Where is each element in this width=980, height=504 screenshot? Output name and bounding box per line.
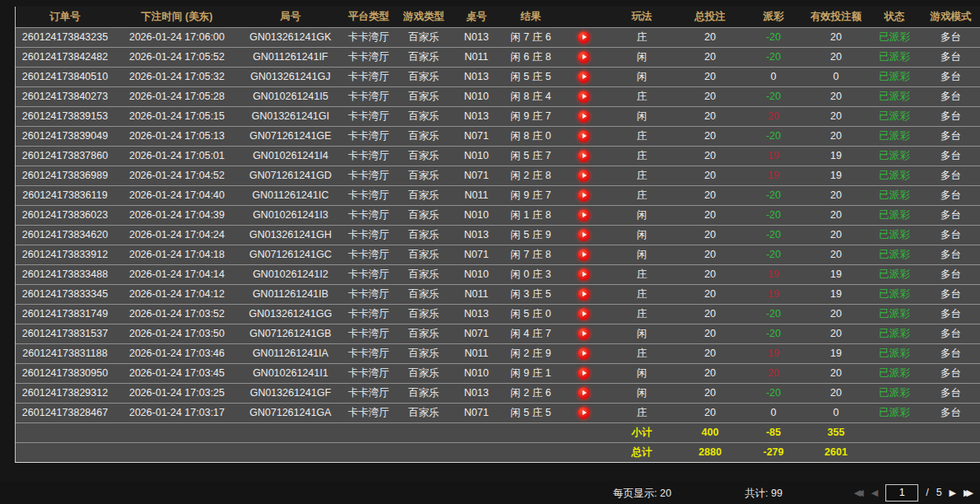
cell-platform: 卡卡湾厅 bbox=[341, 67, 396, 86]
cell-play: 庄 bbox=[606, 146, 677, 166]
next-page-icon[interactable]: ▶ bbox=[950, 488, 956, 497]
table-row: 2601241738334882026-01-24 17:04:14GN0102… bbox=[16, 264, 980, 284]
cell-payout: -20 bbox=[743, 126, 804, 146]
cell-table-no: N010 bbox=[452, 86, 501, 106]
cell-bet-time: 2026-01-24 17:03:45 bbox=[114, 363, 239, 383]
replay-icon[interactable] bbox=[578, 268, 590, 281]
cell-platform: 卡卡湾厅 bbox=[341, 225, 396, 245]
cell-game-no: GN011261241IF bbox=[239, 47, 341, 67]
cell-total-bet: 20 bbox=[677, 27, 743, 47]
table-header: 订单号下注时间 (美东)局号平台类型游戏类型桌号结果玩法总投注派彩有效投注额状态… bbox=[16, 7, 980, 27]
play-triangle bbox=[583, 390, 587, 395]
grand-total-row: 总计 2880 -279 2601 bbox=[16, 442, 980, 462]
cell-result: 闲 6 庄 8 bbox=[501, 47, 560, 67]
cell-game-no: GN013261241GF bbox=[239, 383, 341, 403]
replay-icon[interactable] bbox=[578, 130, 590, 142]
cell-platform: 卡卡湾厅 bbox=[341, 403, 396, 422]
cell-bet-time: 2026-01-24 17:04:14 bbox=[114, 264, 239, 284]
replay-icon[interactable] bbox=[578, 229, 590, 241]
orders-table: 订单号下注时间 (美东)局号平台类型游戏类型桌号结果玩法总投注派彩有效投注额状态… bbox=[15, 7, 980, 463]
replay-icon[interactable] bbox=[578, 189, 590, 202]
replay-icon[interactable] bbox=[578, 170, 590, 182]
cell-replay bbox=[560, 403, 606, 422]
play-triangle bbox=[583, 114, 587, 119]
cell-play: 闲 bbox=[606, 225, 677, 245]
cell-table-no: N011 bbox=[452, 185, 501, 205]
cell-mode: 多台 bbox=[921, 166, 980, 185]
grand-total-total-bet: 2880 bbox=[677, 442, 743, 462]
col-header-10: 派彩 bbox=[743, 7, 804, 27]
cell-replay bbox=[560, 245, 606, 264]
replay-icon[interactable] bbox=[578, 110, 590, 123]
table-row: 2601241738361192026-01-24 17:04:40GN0112… bbox=[16, 185, 980, 205]
cell-bet-time: 2026-01-24 17:05:52 bbox=[114, 47, 239, 67]
subtotal-payout: -85 bbox=[743, 422, 804, 442]
cell-valid-bet: 20 bbox=[804, 86, 868, 106]
cell-result: 闲 5 庄 9 bbox=[501, 225, 560, 245]
replay-icon[interactable] bbox=[578, 51, 590, 63]
prev-page-icon[interactable]: ◀ bbox=[871, 488, 878, 497]
cell-platform: 卡卡湾厅 bbox=[341, 304, 396, 324]
cell-replay bbox=[560, 86, 606, 106]
table-totals: 小计 400 -85 355 总计 2880 -279 2601 bbox=[16, 422, 980, 462]
cell-status: 已派彩 bbox=[868, 343, 921, 363]
last-page-icon[interactable]: ▶▶ bbox=[964, 488, 973, 497]
replay-icon[interactable] bbox=[578, 91, 590, 103]
col-header-2: 局号 bbox=[239, 7, 341, 27]
cell-order-no: 260124173833345 bbox=[16, 284, 114, 304]
play-triangle bbox=[583, 74, 587, 79]
replay-icon[interactable] bbox=[578, 348, 590, 360]
cell-result: 闲 9 庄 7 bbox=[501, 185, 560, 205]
col-header-11: 有效投注额 bbox=[804, 7, 868, 27]
cell-game-type: 百家乐 bbox=[396, 126, 452, 146]
cell-payout: 20 bbox=[743, 363, 804, 383]
replay-icon[interactable] bbox=[578, 367, 590, 380]
cell-valid-bet: 20 bbox=[804, 185, 868, 205]
cell-platform: 卡卡湾厅 bbox=[341, 27, 396, 47]
cell-game-type: 百家乐 bbox=[396, 245, 452, 264]
cell-table-no: N013 bbox=[452, 225, 501, 245]
cell-replay bbox=[560, 67, 606, 86]
cell-bet-time: 2026-01-24 17:05:15 bbox=[114, 106, 239, 126]
cell-valid-bet: 20 bbox=[804, 205, 868, 225]
col-header-5: 桌号 bbox=[452, 7, 501, 27]
cell-platform: 卡卡湾厅 bbox=[341, 47, 396, 67]
cell-payout: -20 bbox=[743, 185, 804, 205]
first-page-icon[interactable]: ◀◀ bbox=[854, 488, 864, 497]
replay-icon[interactable] bbox=[578, 71, 590, 83]
cell-play: 庄 bbox=[606, 304, 677, 324]
replay-icon[interactable] bbox=[578, 288, 590, 301]
cell-play: 庄 bbox=[606, 27, 677, 47]
cell-payout: 0 bbox=[743, 403, 804, 422]
cell-mode: 多台 bbox=[921, 264, 980, 284]
cell-status: 已派彩 bbox=[868, 264, 921, 284]
grand-total-spacer-end bbox=[868, 442, 980, 462]
cell-payout: -20 bbox=[743, 225, 804, 245]
replay-icon[interactable] bbox=[578, 328, 590, 340]
replay-icon[interactable] bbox=[578, 407, 590, 419]
cell-valid-bet: 19 bbox=[804, 343, 868, 363]
play-triangle bbox=[583, 133, 587, 138]
table-row: 2601241738391532026-01-24 17:05:15GN0132… bbox=[16, 106, 980, 126]
replay-icon[interactable] bbox=[578, 150, 590, 162]
cell-play: 闲 bbox=[606, 324, 677, 343]
page-input[interactable] bbox=[885, 484, 918, 502]
cell-game-no: GN071261241GD bbox=[239, 166, 341, 185]
cell-game-no: GN013261241GJ bbox=[239, 67, 341, 86]
grand-total-valid-bet: 2601 bbox=[804, 442, 868, 462]
cell-bet-time: 2026-01-24 17:04:39 bbox=[114, 205, 239, 225]
replay-icon[interactable] bbox=[578, 249, 590, 261]
replay-icon[interactable] bbox=[578, 209, 590, 222]
replay-icon[interactable] bbox=[578, 387, 590, 399]
cell-order-no: 260124173843235 bbox=[16, 27, 114, 47]
cell-valid-bet: 20 bbox=[804, 225, 868, 245]
replay-icon[interactable] bbox=[578, 31, 590, 44]
cell-result: 闲 3 庄 5 bbox=[501, 284, 560, 304]
col-header-3: 平台类型 bbox=[341, 7, 396, 27]
cell-play: 庄 bbox=[606, 403, 677, 422]
cell-table-no: N013 bbox=[452, 106, 501, 126]
cell-valid-bet: 20 bbox=[804, 47, 868, 67]
cell-valid-bet: 20 bbox=[804, 324, 868, 343]
replay-icon[interactable] bbox=[578, 308, 590, 320]
cell-table-no: N071 bbox=[452, 403, 501, 422]
